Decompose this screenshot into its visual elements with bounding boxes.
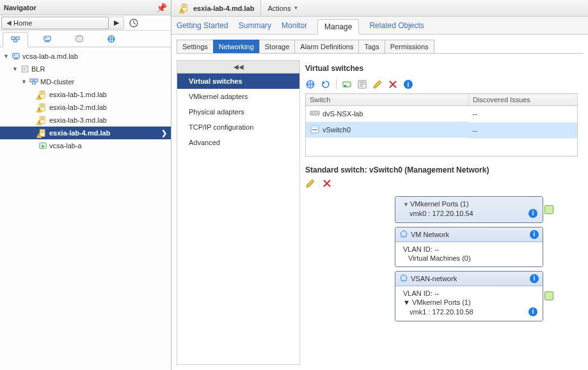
vswitch-table: Switch Discovered Issues dvS-NSX-lab -- … <box>305 93 578 157</box>
nav-history-bar: ◀ Home ▶ <box>0 15 171 31</box>
twisty-icon[interactable]: ▼ <box>403 201 409 208</box>
subtab-tags[interactable]: Tags <box>358 40 385 53</box>
switch-name: dvS-NSX-lab <box>322 110 363 118</box>
tab-manage[interactable]: Manage <box>317 19 359 35</box>
uplink-connector <box>543 205 553 214</box>
chevron-right-icon: ▶ <box>114 19 119 27</box>
tree-vapp[interactable]: vcsa-lab-a <box>0 139 171 152</box>
tab-hosts-clusters[interactable] <box>3 32 28 47</box>
col-switch[interactable]: Switch <box>306 94 469 106</box>
inventory-tree: ▼ vcsa-lab-a.md.lab ▼ BLR ▼ MD-cluster e… <box>0 47 171 370</box>
manage-physical-adapters-icon[interactable] <box>342 79 352 89</box>
subtab-permissions[interactable]: Permissions <box>385 40 434 53</box>
pg-header-label: VMkernel Ports (1) <box>410 200 469 208</box>
standard-switch-toolbar <box>305 178 578 190</box>
subtab-storage[interactable]: Storage <box>259 40 296 53</box>
portgroup-vm-network[interactable]: VM Network i VLAN ID: -- Virtual Machine… <box>395 227 543 267</box>
migrate-vmk-icon[interactable] <box>357 79 367 89</box>
twisty-icon[interactable]: ▼ <box>20 79 28 85</box>
nav-back-button[interactable]: ◀ Home <box>1 17 109 29</box>
sub-tabs: Settings Networking Storage Alarm Defini… <box>177 40 583 54</box>
side-item-advanced[interactable]: Advanced <box>177 135 299 150</box>
nav-history-button[interactable] <box>127 17 141 29</box>
subtab-alarm-definitions[interactable]: Alarm Definitions <box>294 40 359 53</box>
host-icon <box>38 128 48 138</box>
host-icon <box>38 115 48 125</box>
main-tabs: Getting Started Summary Monitor Manage R… <box>171 17 588 35</box>
side-item-vmkernel-adapters[interactable]: VMkernel adapters <box>177 89 299 104</box>
portgroup-vsan-network[interactable]: VSAN-network i VLAN ID: -- ▼ VMkernel Po… <box>395 271 543 321</box>
side-item-virtual-switches[interactable]: Virtual switches <box>177 73 299 89</box>
info-icon[interactable]: i <box>528 209 537 218</box>
vswitch-toolbar: i <box>305 78 578 93</box>
table-row-selected[interactable]: vSwitch0 -- <box>306 122 578 138</box>
cluster-icon <box>29 77 39 87</box>
vmk-adapter-line: vmk1 : 172.20.10.58 <box>409 308 473 316</box>
actions-menu[interactable]: Actions ▼ <box>261 0 305 16</box>
tree-host[interactable]: esxia-lab-2.md.lab <box>0 101 171 114</box>
twisty-icon[interactable]: ▼ <box>12 66 19 72</box>
tab-related-objects[interactable]: Related Objects <box>369 21 424 34</box>
edit-icon[interactable] <box>305 178 315 190</box>
side-list-collapse[interactable]: ◀◀ <box>177 61 299 73</box>
subtab-networking[interactable]: Networking <box>213 40 260 53</box>
info-icon[interactable]: i <box>403 79 413 89</box>
info-icon[interactable]: i <box>530 274 539 283</box>
side-item-physical-adapters[interactable]: Physical adapters <box>177 104 299 119</box>
tree-host-selected[interactable]: esxia-lab-4.md.lab ❯ <box>0 127 171 139</box>
tab-vms-templates[interactable] <box>35 31 60 47</box>
tree-cluster-label: MD-cluster <box>40 78 74 86</box>
tab-networking[interactable] <box>99 31 124 47</box>
tree-dc-label: BLR <box>31 65 45 73</box>
portgroup-icon <box>399 229 408 240</box>
portgroup-vmkernel-ports[interactable]: ▼VMkernel Ports (1) vmk0 : 172.20.10.54 … <box>395 196 543 223</box>
tree-vcenter[interactable]: ▼ vcsa-lab-a.md.lab <box>0 50 171 63</box>
chevron-left-icon: ◀ <box>6 19 12 26</box>
tree-datacenter[interactable]: ▼ BLR <box>0 63 171 75</box>
switch-issues: -- <box>469 122 578 138</box>
remove-icon[interactable] <box>388 79 398 89</box>
tree-cluster[interactable]: ▼ MD-cluster <box>0 75 171 88</box>
side-item-tcpip-configuration[interactable]: TCP/IP configuration <box>177 119 299 135</box>
add-host-networking-icon[interactable] <box>305 79 315 89</box>
tree-vapp-label: vcsa-lab-a <box>49 142 82 150</box>
navigator-inventory-tabs <box>0 31 171 47</box>
refresh-icon[interactable] <box>321 79 331 89</box>
tree-host-label: esxia-lab-4.md.lab <box>49 129 110 137</box>
vmk-adapter-line: vmk0 : 172.20.10.54 <box>409 210 473 217</box>
tree-host[interactable]: esxia-lab-3.md.lab <box>0 114 171 127</box>
tab-getting-started[interactable]: Getting Started <box>177 21 228 34</box>
info-icon[interactable]: i <box>530 230 539 239</box>
vapp-icon <box>38 141 48 151</box>
chevron-right-icon: ❯ <box>161 129 167 137</box>
nav-forward-button[interactable]: ▶ <box>109 17 124 29</box>
remove-icon[interactable] <box>322 178 332 190</box>
host-icon <box>38 89 48 100</box>
tab-datastores[interactable] <box>67 31 92 47</box>
pg-header-label: VM Network <box>411 231 449 238</box>
double-chevron-left-icon: ◀◀ <box>234 63 244 70</box>
pg-ports-expand-line: ▼ VMkernel Ports (1) <box>403 298 537 307</box>
tree-host-label: esxia-lab-1.md.lab <box>49 91 107 98</box>
actions-label: Actions <box>267 4 290 12</box>
pin-icon[interactable]: 📌 <box>156 3 167 13</box>
info-icon[interactable]: i <box>528 307 537 316</box>
navigator-header: Navigator 📌 <box>0 0 171 15</box>
tree-host-label: esxia-lab-2.md.lab <box>49 104 107 111</box>
dvswitch-icon <box>310 108 320 119</box>
twisty-icon[interactable]: ▼ <box>3 53 10 59</box>
breadcrumb-host[interactable]: esxia-lab-4.md.lab <box>174 0 261 16</box>
table-row[interactable]: dvS-NSX-lab -- <box>306 106 578 123</box>
tree-host-label: esxia-lab-3.md.lab <box>49 116 107 124</box>
subtab-settings[interactable]: Settings <box>177 40 214 53</box>
detail-title: Virtual switches <box>305 64 578 78</box>
tab-monitor[interactable]: Monitor <box>282 21 307 34</box>
pg-vlan-line: VLAN ID: -- <box>403 245 537 254</box>
uplink-connector <box>543 291 553 300</box>
tab-summary[interactable]: Summary <box>239 21 271 34</box>
tree-host[interactable]: esxia-lab-1.md.lab <box>0 88 171 101</box>
edit-icon[interactable] <box>372 79 383 89</box>
networking-side-list: ◀◀ Virtual switches VMkernel adapters Ph… <box>177 60 299 365</box>
col-discovered-issues[interactable]: Discovered Issues <box>469 94 578 106</box>
stdswitch-icon <box>310 124 320 135</box>
